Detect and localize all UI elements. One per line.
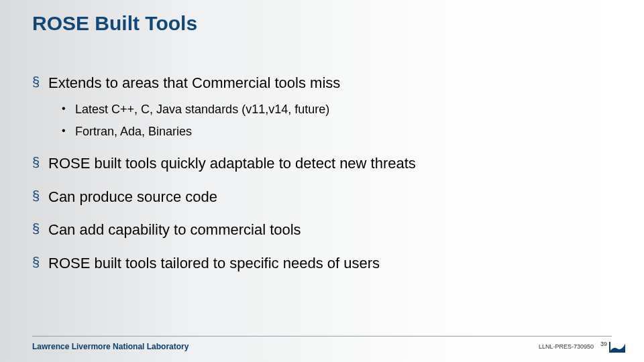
footer-org: Lawrence Livermore National Laboratory — [32, 342, 189, 351]
slide-title: ROSE Built Tools — [32, 12, 197, 35]
sub-bullet-list: Latest C++, C, Java standards (v11,v14, … — [48, 102, 612, 140]
bullet-text: ROSE built tools quickly adaptable to de… — [48, 155, 416, 172]
footer-page-number: 39 — [600, 341, 607, 347]
bullet-item: Can produce source code — [32, 188, 612, 206]
bullet-item: Extends to areas that Commercial tools m… — [32, 74, 612, 139]
sub-bullet-item: Latest C++, C, Java standards (v11,v14, … — [48, 102, 612, 117]
sub-bullet-item: Fortran, Ada, Binaries — [48, 124, 612, 139]
bullet-item: Can add capability to commercial tools — [32, 221, 612, 239]
slide-content: Extends to areas that Commercial tools m… — [32, 74, 612, 287]
svg-rect-0 — [609, 342, 610, 353]
bullet-text: ROSE built tools tailored to specific ne… — [48, 255, 380, 272]
bullet-text: Can add capability to commercial tools — [48, 221, 301, 238]
bullet-item: ROSE built tools quickly adaptable to de… — [32, 154, 612, 173]
bullet-text: Can produce source code — [48, 188, 217, 205]
footer-docid: LLNL-PRES-730950 — [539, 343, 594, 350]
llnl-logo-icon — [609, 342, 625, 353]
footer-divider — [32, 336, 612, 337]
bullet-item: ROSE built tools tailored to specific ne… — [32, 254, 612, 273]
main-bullet-list: Extends to areas that Commercial tools m… — [32, 74, 612, 272]
bullet-text: Extends to areas that Commercial tools m… — [48, 74, 340, 91]
